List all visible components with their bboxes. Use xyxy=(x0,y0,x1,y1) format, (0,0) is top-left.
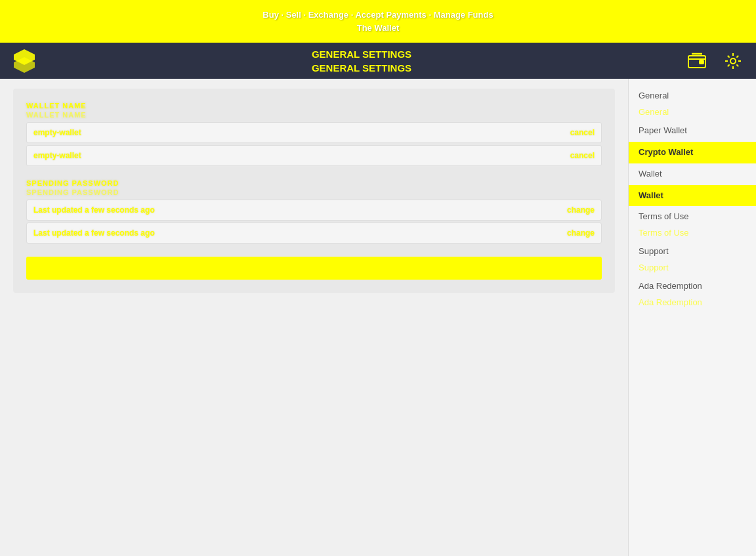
settings-icon[interactable] xyxy=(720,48,746,74)
settings-panel: WALLET NAME WALLET NAME empty-wallet can… xyxy=(13,89,615,293)
spending-password-value-1: Last updated a few seconds ago xyxy=(33,205,155,215)
wallet-name-label: WALLET NAME xyxy=(26,102,602,110)
sidebar-item-terms-shadow: Terms of Use xyxy=(629,228,756,241)
svg-line-12 xyxy=(728,64,730,66)
top-banner-text: Buy · Sell · Exchange · Accept Payments … xyxy=(262,9,493,34)
svg-point-4 xyxy=(730,58,736,64)
spending-password-label: SPENDING PASSWORD xyxy=(26,179,602,187)
sidebar-item-wallet-2[interactable]: Wallet xyxy=(629,185,756,207)
sidebar-item-general-shadow: General xyxy=(629,107,756,120)
sidebar-item-ada-redemption-1[interactable]: Ada Redemption xyxy=(629,276,756,297)
spending-password-field-1: Last updated a few seconds ago change xyxy=(26,200,602,221)
nav-title: GENERAL SETTINGS GENERAL SETTINGS xyxy=(312,47,411,75)
sidebar-item-ada-redemption-shadow: Ada Redemption xyxy=(629,297,756,310)
spending-password-value-2: Last updated a few seconds ago xyxy=(33,228,155,238)
wallet-name-cancel-2[interactable]: cancel xyxy=(570,151,595,160)
sidebar-item-support-shadow: Support xyxy=(629,263,756,276)
sidebar-item-crypto-wallet[interactable]: Crypto Wallet xyxy=(629,142,756,163)
spending-password-label-shadow: SPENDING PASSWORD xyxy=(26,188,602,196)
spending-password-change-1[interactable]: change xyxy=(567,205,595,215)
wallet-icon[interactable] xyxy=(684,48,710,74)
svg-line-10 xyxy=(736,64,738,66)
sidebar: General General Paper Wallet Crypto Wall… xyxy=(628,79,756,556)
nav-title-line1: GENERAL SETTINGS xyxy=(312,47,411,61)
wallet-name-cancel-1[interactable]: cancel xyxy=(570,128,595,137)
nav-title-line2: GENERAL SETTINGS xyxy=(312,61,411,75)
nav-icons xyxy=(684,48,746,74)
svg-line-9 xyxy=(728,55,730,57)
svg-line-11 xyxy=(736,55,738,57)
wallet-name-label-shadow: WALLET NAME xyxy=(26,111,602,119)
spending-password-field-2: Last updated a few seconds ago change xyxy=(26,223,602,244)
content-area: WALLET NAME WALLET NAME empty-wallet can… xyxy=(0,79,628,556)
sidebar-item-terms-1[interactable]: Terms of Use xyxy=(629,206,756,228)
sidebar-item-wallet-1[interactable]: Wallet xyxy=(629,163,756,185)
nav-bar: GENERAL SETTINGS GENERAL SETTINGS xyxy=(0,43,756,79)
banner-line1: Buy · Sell · Exchange · Accept Payments … xyxy=(262,9,493,22)
spending-password-group: SPENDING PASSWORD SPENDING PASSWORD Last… xyxy=(26,179,602,244)
banner-line2: The Wallet xyxy=(262,22,493,35)
nav-logo[interactable] xyxy=(10,48,39,74)
wallet-name-group: WALLET NAME WALLET NAME empty-wallet can… xyxy=(26,102,602,166)
svg-rect-3 xyxy=(700,60,704,64)
spending-password-change-2[interactable]: change xyxy=(567,228,595,238)
wallet-name-field-1: empty-wallet cancel xyxy=(26,122,602,143)
top-banner: Buy · Sell · Exchange · Accept Payments … xyxy=(0,0,756,43)
wallet-name-field-2: empty-wallet cancel xyxy=(26,145,602,166)
wallet-name-value-2: empty-wallet xyxy=(33,151,81,160)
sidebar-item-paper-wallet[interactable]: Paper Wallet xyxy=(629,120,756,142)
main-layout: WALLET NAME WALLET NAME empty-wallet can… xyxy=(0,79,756,556)
sidebar-item-general-1[interactable]: General xyxy=(629,85,756,107)
sidebar-item-support-1[interactable]: Support xyxy=(629,241,756,263)
save-bar[interactable] xyxy=(26,257,602,280)
wallet-name-value-1: empty-wallet xyxy=(33,128,81,137)
